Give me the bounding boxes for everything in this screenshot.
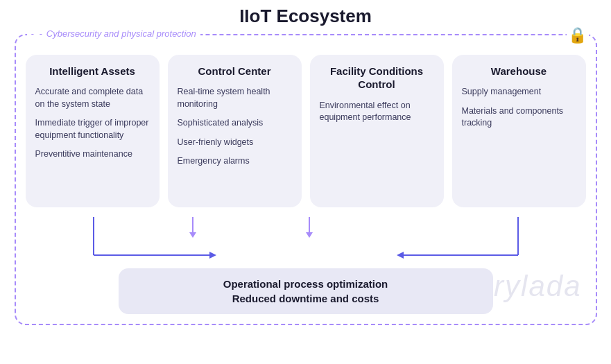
card-intelligent-assets: Intelligent Assets Accurate and complete… (26, 55, 160, 207)
list-item: Sophisticated analysis (178, 117, 292, 130)
card-facility-conditions: Facility Conditions Control Environmenta… (310, 55, 444, 207)
bottom-section: Operational process optimization Reduced… (26, 217, 586, 314)
svg-marker-9 (397, 252, 404, 259)
list-item: User-frienly widgets (178, 137, 292, 149)
main-container: IIoT Ecosystem Cybersecurity and physica… (8, 6, 604, 359)
card-title-control-center: Control Center (178, 64, 292, 78)
list-item: Environmental effect on equipment perfor… (320, 100, 434, 124)
output-line1: Operational process optimization (135, 278, 476, 290)
card-title-intelligent-assets: Intelligent Assets (35, 64, 150, 78)
list-item: Materials and components tracking (462, 105, 576, 130)
card-title-warehouse: Warehouse (462, 64, 576, 78)
svg-marker-3 (306, 232, 313, 238)
page-title: IIoT Ecosystem (239, 6, 372, 27)
svg-marker-1 (189, 232, 196, 238)
cards-row: Intelligent Assets Accurate and complete… (26, 55, 586, 207)
list-item: Real-time system health monitoring (178, 86, 292, 110)
list-item: Accurate and complete data on the system… (35, 86, 150, 110)
lock-icon: 🔒 (567, 24, 589, 46)
list-item: Preventitive maintenance (35, 148, 150, 161)
list-item: Emergency alarms (178, 155, 292, 168)
card-title-facility: Facility Conditions Control (320, 64, 434, 92)
output-line2: Reduced downtime and costs (135, 293, 476, 304)
cyber-wrapper: Cybersecurity and physical protection 🔒 … (15, 34, 597, 325)
list-item: Immediate trigger of improper equipment … (35, 117, 150, 141)
arrows-svg (24, 217, 587, 272)
output-box: Operational process optimization Reduced… (119, 268, 493, 314)
list-item: Supply management (462, 86, 576, 98)
card-items-control-center: Real-time system health monitoring Sophi… (178, 86, 292, 168)
cyber-label: Cybersecurity and physical protection (27, 28, 200, 39)
card-items-warehouse: Supply management Materials and componen… (462, 86, 576, 130)
card-items-intelligent-assets: Accurate and complete data on the system… (35, 86, 150, 161)
card-items-facility: Environmental effect on equipment perfor… (320, 100, 434, 124)
card-control-center: Control Center Real-time system health m… (168, 55, 302, 207)
card-warehouse: Warehouse Supply management Materials an… (452, 55, 586, 207)
svg-marker-6 (209, 252, 216, 259)
